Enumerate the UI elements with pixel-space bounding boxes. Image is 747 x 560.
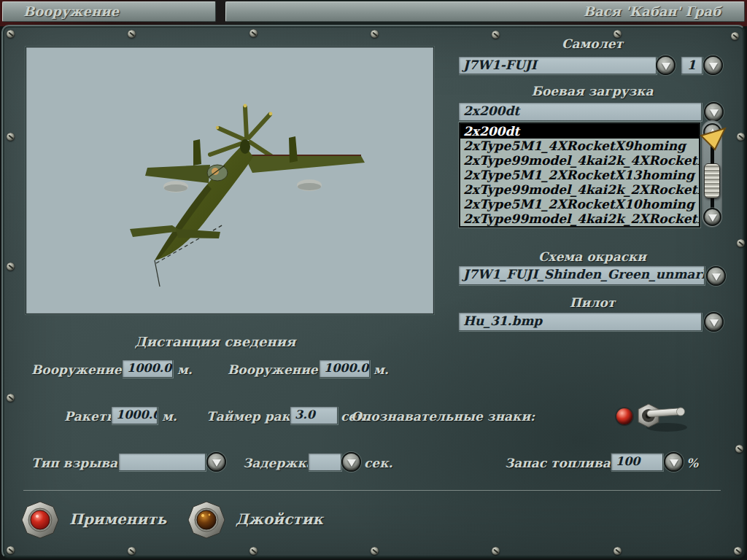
delay-input[interactable] xyxy=(308,453,341,471)
loadout-option[interactable]: 2xType99model_4kai2k_2XRocketX13 xyxy=(460,182,699,197)
delay-dropdown-button[interactable] xyxy=(341,452,361,472)
armament-screen: Вооружение Вася 'Кабан' Граб xyxy=(0,0,747,560)
aircraft-preview xyxy=(26,47,434,314)
aircraft-dropdown-button[interactable] xyxy=(656,55,676,75)
bottom-divider xyxy=(23,490,721,491)
apply-button-label: Применить xyxy=(69,510,166,528)
screw-icon xyxy=(737,133,745,141)
fuel-unit: % xyxy=(686,456,698,470)
loadout-section-label: Боевая загрузка xyxy=(471,84,714,98)
screw-icon xyxy=(492,31,500,39)
weapon1-unit: м. xyxy=(177,362,193,377)
aircraft-count-dropdown-button[interactable] xyxy=(703,55,723,75)
player-name: Вася 'Кабан' Граб xyxy=(584,4,721,19)
convergence-title: Дистанция сведения xyxy=(95,334,336,349)
fuel-input[interactable]: 100 xyxy=(611,453,663,471)
loadout-option[interactable]: 2xType99model_4kai2k_4XRocketX9h xyxy=(460,153,699,168)
weapon2-unit: м. xyxy=(374,362,389,377)
cursor-pointer xyxy=(697,125,728,153)
screw-icon xyxy=(128,547,136,555)
weapon1-input[interactable]: 1000.0 xyxy=(122,359,173,378)
aircraft-render xyxy=(26,47,432,312)
screw-icon xyxy=(614,547,622,555)
scroll-down-button[interactable] xyxy=(703,208,721,226)
screw-icon xyxy=(371,547,379,555)
aircraft-section-label: Самолет xyxy=(471,36,714,51)
loadout-select[interactable]: 2x200dt xyxy=(458,102,702,121)
pilot-select[interactable]: Hu_31.bmp xyxy=(458,312,702,331)
markings-toggle-switch[interactable] xyxy=(629,400,693,435)
loadout-option[interactable]: 2xType5M1_2XRocketX13homing xyxy=(460,168,699,182)
screw-icon xyxy=(737,239,745,247)
player-name-bar: Вася 'Кабан' Граб xyxy=(225,1,745,22)
loadout-option[interactable]: 2xType5M1_4XRocketX9homing xyxy=(460,139,699,153)
rockets-input[interactable]: 1000.0 xyxy=(111,406,158,424)
screw-icon xyxy=(249,29,258,37)
loadout-option[interactable]: 2x200dt xyxy=(460,124,699,139)
screw-icon xyxy=(7,133,15,141)
aircraft-count-field[interactable]: 1 xyxy=(681,56,703,74)
screw-icon xyxy=(7,546,15,554)
joystick-button[interactable] xyxy=(187,501,225,539)
paint-scheme-select[interactable]: J7W1_FUJI_Shinden_Green_unmarked xyxy=(458,265,705,285)
loadout-dropdown-button[interactable] xyxy=(704,102,724,122)
screw-icon xyxy=(371,30,379,38)
fuel-dropdown-button[interactable] xyxy=(664,452,684,472)
markings-label: Опознавательные знаки: xyxy=(351,409,535,424)
screw-icon xyxy=(249,547,258,555)
screw-icon xyxy=(7,262,15,271)
tab-armament-label: Вооружение xyxy=(23,4,119,19)
fuse-type-select[interactable] xyxy=(118,453,206,471)
pilot-dropdown-button[interactable] xyxy=(704,312,724,332)
screw-icon xyxy=(7,394,15,402)
rocket-timer-input[interactable]: 3.0 xyxy=(290,406,338,424)
weapon2-input[interactable]: 1000.0 xyxy=(319,359,370,378)
screw-icon xyxy=(614,30,622,38)
loadout-option[interactable]: 2xType5M1_2XRocketX10homing xyxy=(460,197,699,211)
screw-icon xyxy=(128,30,136,38)
delay-unit: сек. xyxy=(364,456,392,470)
screw-icon xyxy=(731,32,739,40)
fuse-type-dropdown-button[interactable] xyxy=(206,452,226,472)
paint-scheme-section-label: Схема окраски xyxy=(471,249,714,264)
apply-button[interactable] xyxy=(21,501,59,539)
screw-icon xyxy=(735,445,743,453)
rockets-unit: м. xyxy=(162,409,177,424)
joystick-button-label: Джойстик xyxy=(236,510,323,528)
aircraft-select[interactable]: J7W1-FUJI xyxy=(458,56,657,74)
tab-armament[interactable]: Вооружение xyxy=(2,1,216,22)
screw-icon xyxy=(734,547,742,555)
cockpit-canopy xyxy=(207,165,228,181)
paint-scheme-dropdown-button[interactable] xyxy=(706,266,726,286)
screw-icon xyxy=(492,547,500,555)
fuel-label: Запас топлива xyxy=(505,456,611,470)
loadout-options-list: 2x200dt2xType5M1_4XRocketX9homing2xType9… xyxy=(459,122,700,228)
loadout-option[interactable]: 2xType99model_4kai2k_2XRocketX10 xyxy=(460,211,699,226)
pilot-section-label: Пилот xyxy=(471,295,714,310)
screw-icon xyxy=(7,30,15,38)
scrollbar-knob[interactable] xyxy=(704,163,720,198)
